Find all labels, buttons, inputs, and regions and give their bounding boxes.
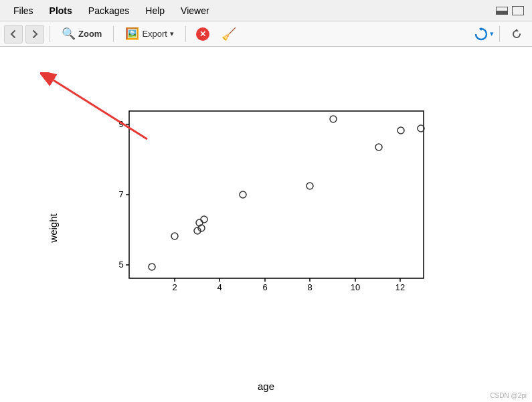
y-axis-label: weight [48, 213, 59, 242]
export-label: Export [142, 29, 167, 39]
sync-icon [474, 27, 489, 41]
plot-svg: 5 7 9 2 4 6 8 10 12 [109, 104, 437, 305]
svg-text:6: 6 [262, 282, 267, 292]
toolbar: 🔍 Zoom 🖼️ Export ▾ ✕ 🧹 ▾ [0, 21, 532, 47]
zoom-button[interactable]: 🔍 Zoom [56, 24, 108, 43]
forward-button[interactable] [25, 25, 44, 43]
maximize-icon[interactable] [512, 6, 524, 15]
refresh-button[interactable] [505, 25, 528, 43]
menubar: Files Plots Packages Help Viewer [0, 0, 532, 21]
menu-files[interactable]: Files [5, 3, 41, 19]
x-circle-icon: ✕ [196, 27, 209, 41]
menu-help[interactable]: Help [137, 3, 173, 19]
svg-point-1 [480, 27, 482, 30]
sync-button[interactable]: ▾ [474, 27, 494, 41]
watermark: CSDN @2pi [490, 392, 527, 399]
svg-text:12: 12 [395, 282, 404, 292]
zoom-label: Zoom [78, 29, 102, 39]
plot-area: weight 5 7 9 2 4 6 [0, 47, 532, 402]
clear-button[interactable]: 🧹 [217, 24, 241, 44]
separator-3 [185, 26, 186, 42]
svg-text:4: 4 [217, 282, 221, 292]
separator-2 [113, 26, 114, 42]
menu-plots[interactable]: Plots [41, 3, 80, 19]
svg-marker-2 [515, 29, 519, 31]
export-button[interactable]: 🖼️ Export ▾ [119, 24, 180, 43]
minimize-icon[interactable] [496, 7, 508, 15]
zoom-icon: 🔍 [62, 27, 76, 41]
svg-text:7: 7 [118, 189, 123, 199]
svg-text:8: 8 [307, 282, 312, 292]
sync-dropdown-icon: ▾ [490, 29, 494, 38]
svg-text:2: 2 [172, 282, 177, 292]
export-dropdown-icon: ▾ [170, 29, 174, 38]
svg-text:10: 10 [350, 282, 359, 292]
menu-viewer[interactable]: Viewer [173, 3, 217, 19]
close-plot-button[interactable]: ✕ [191, 25, 214, 43]
export-icon: 🖼️ [125, 27, 139, 41]
separator-1 [50, 26, 50, 42]
svg-text:9: 9 [118, 119, 123, 129]
refresh-icon [510, 27, 523, 41]
svg-text:5: 5 [118, 260, 123, 270]
separator-4 [499, 26, 500, 42]
plot-container: weight 5 7 9 2 4 6 [72, 98, 460, 359]
svg-rect-5 [129, 111, 424, 278]
x-axis-label: age [258, 381, 274, 392]
back-button[interactable] [4, 25, 23, 43]
menu-packages[interactable]: Packages [80, 3, 137, 19]
broom-icon: 🧹 [221, 27, 236, 41]
